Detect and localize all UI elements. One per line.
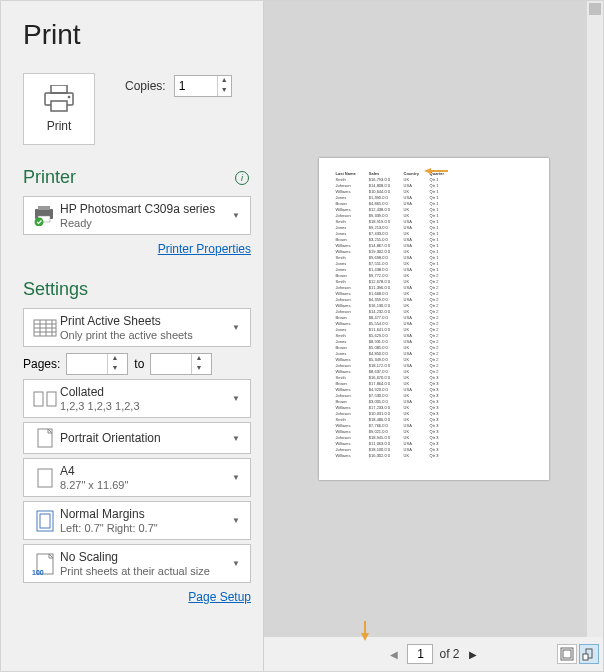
grid-icon xyxy=(30,319,60,337)
printer-status-icon xyxy=(30,206,60,226)
svg-point-3 xyxy=(68,96,71,99)
copies-label: Copies: xyxy=(125,79,166,93)
scaling-sub: Print sheets at their actual size xyxy=(60,565,228,577)
pages-from-spinner[interactable]: ▲▼ xyxy=(66,353,128,375)
chevron-down-icon: ▼ xyxy=(228,473,244,482)
page-title: Print xyxy=(23,19,251,51)
portrait-icon xyxy=(30,428,60,448)
scaling-icon: 100 xyxy=(30,553,60,575)
svg-rect-5 xyxy=(38,206,50,210)
print-what-dropdown[interactable]: Print Active Sheets Only print the activ… xyxy=(23,308,251,347)
margins-icon xyxy=(30,510,60,532)
print-preview-page: Last NameSalesCountryQuarterSmith$16,793… xyxy=(319,158,549,480)
copies-spinner[interactable]: ▲ ▼ xyxy=(174,75,232,97)
pages-from-input[interactable] xyxy=(67,355,107,373)
pages-from-down[interactable]: ▼ xyxy=(108,364,121,374)
annotation-arrow-top xyxy=(424,167,448,175)
svg-rect-0 xyxy=(51,85,67,93)
copies-up[interactable]: ▲ xyxy=(218,76,231,86)
page-total-label: of 2 xyxy=(439,647,459,661)
collate-title: Collated xyxy=(60,385,228,399)
scaling-dropdown[interactable]: 100 No Scaling Print sheets at their act… xyxy=(23,544,251,583)
printer-section-header: Printer xyxy=(23,167,76,188)
print-button[interactable]: Print xyxy=(23,73,95,145)
printer-status: Ready xyxy=(60,217,228,229)
orientation-title: Portrait Orientation xyxy=(60,431,228,445)
pages-label: Pages: xyxy=(23,357,60,371)
pages-from-up[interactable]: ▲ xyxy=(108,354,121,364)
copies-down[interactable]: ▼ xyxy=(218,86,231,96)
show-margins-button[interactable] xyxy=(557,644,577,664)
orientation-dropdown[interactable]: Portrait Orientation ▼ xyxy=(23,422,251,454)
current-page-input[interactable] xyxy=(407,644,433,664)
collate-sub: 1,2,3 1,2,3 1,2,3 xyxy=(60,400,228,412)
svg-rect-15 xyxy=(34,392,43,406)
printer-properties-link[interactable]: Printer Properties xyxy=(158,242,251,256)
printer-name: HP Photosmart C309a series xyxy=(60,202,228,216)
print-what-title: Print Active Sheets xyxy=(60,314,228,328)
pages-to-label: to xyxy=(134,357,144,371)
chevron-down-icon: ▼ xyxy=(228,211,244,220)
pages-to-up[interactable]: ▲ xyxy=(192,354,205,364)
prev-page-button[interactable]: ◀ xyxy=(387,646,401,663)
svg-rect-17 xyxy=(38,429,52,447)
paper-dropdown[interactable]: A4 8.27" x 11.69" ▼ xyxy=(23,458,251,497)
chevron-down-icon: ▼ xyxy=(228,323,244,332)
chevron-down-icon: ▼ xyxy=(228,434,244,443)
scaling-badge: 100 xyxy=(32,569,44,576)
printer-dropdown[interactable]: HP Photosmart C309a series Ready ▼ xyxy=(23,196,251,235)
print-button-label: Print xyxy=(47,119,72,133)
annotation-arrow-bottom xyxy=(360,621,370,641)
margins-title: Normal Margins xyxy=(60,507,228,521)
settings-section-header: Settings xyxy=(23,279,88,300)
svg-marker-23 xyxy=(424,168,431,174)
page-icon xyxy=(30,468,60,488)
collate-dropdown[interactable]: Collated 1,2,3 1,2,3 1,2,3 ▼ xyxy=(23,379,251,418)
svg-rect-16 xyxy=(47,392,56,406)
vertical-scrollbar[interactable] xyxy=(587,1,603,637)
svg-rect-2 xyxy=(51,101,67,111)
pages-to-input[interactable] xyxy=(151,355,191,373)
page-setup-link[interactable]: Page Setup xyxy=(188,590,251,604)
svg-rect-29 xyxy=(583,654,588,660)
pages-to-down[interactable]: ▼ xyxy=(192,364,205,374)
svg-rect-20 xyxy=(40,514,50,528)
paper-sub: 8.27" x 11.69" xyxy=(60,479,228,491)
next-page-button[interactable]: ▶ xyxy=(466,646,480,663)
print-what-sub: Only print the active sheets xyxy=(60,329,228,341)
zoom-to-page-button[interactable] xyxy=(579,644,599,664)
chevron-down-icon: ▼ xyxy=(228,559,244,568)
pages-to-spinner[interactable]: ▲▼ xyxy=(150,353,212,375)
copies-input[interactable] xyxy=(175,77,217,95)
margins-sub: Left: 0.7" Right: 0.7" xyxy=(60,522,228,534)
chevron-down-icon: ▼ xyxy=(228,394,244,403)
info-icon[interactable]: i xyxy=(235,171,249,185)
svg-rect-27 xyxy=(563,650,571,658)
scaling-title: No Scaling xyxy=(60,550,228,564)
paper-title: A4 xyxy=(60,464,228,478)
margins-dropdown[interactable]: Normal Margins Left: 0.7" Right: 0.7" ▼ xyxy=(23,501,251,540)
svg-marker-25 xyxy=(361,633,369,641)
printer-icon xyxy=(43,85,75,113)
svg-rect-18 xyxy=(38,469,52,487)
chevron-down-icon: ▼ xyxy=(228,516,244,525)
collate-icon xyxy=(30,391,60,407)
